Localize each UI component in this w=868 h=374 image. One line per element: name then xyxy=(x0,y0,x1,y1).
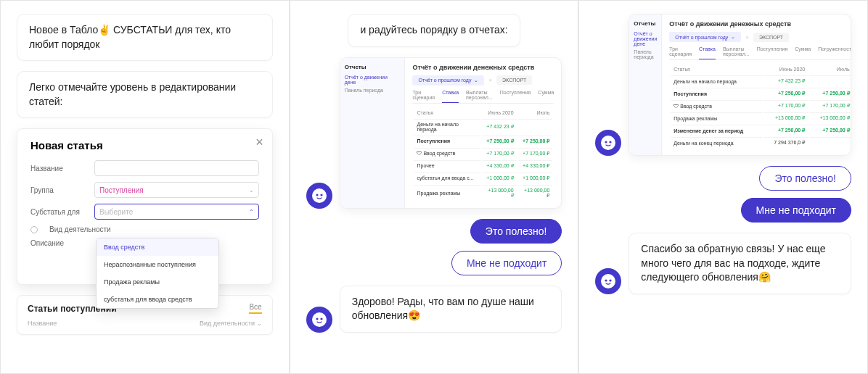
report-table: СтатьяИюнь 2020Июль Деньги на начало пер… xyxy=(412,107,554,202)
tab[interactable]: Поступления xyxy=(500,90,531,100)
bot-avatar-icon xyxy=(306,307,332,333)
new-article-form: × Новая статья Название Группа Поступлен… xyxy=(17,128,273,285)
report-title: Отчёт о движении денежных средств xyxy=(669,20,851,28)
report-table: СтатьяИюнь 2020Июль Деньги на начало пер… xyxy=(669,63,851,149)
list-filter-all[interactable]: Все xyxy=(249,303,261,314)
report-preview: Отчеты Отчёт о движении дене Панель пери… xyxy=(340,57,562,209)
bot-message-row: Отчеты Отчёт о движении дене Панель пери… xyxy=(595,14,851,156)
svg-point-2 xyxy=(320,194,322,196)
select-substat[interactable]: Выберите ⌃ xyxy=(94,204,259,220)
panel-2: и радуйтесь порядку в отчетах: Отчеты От… xyxy=(290,0,579,374)
intro-message-2: Легко отмечайте уровень в редактировании… xyxy=(17,71,273,118)
report-preview: Отчеты Отчёт о движении дене Панель пери… xyxy=(629,14,851,156)
list-col-name: Название xyxy=(28,320,57,327)
bot-avatar-icon xyxy=(595,130,621,156)
report-sidebar: Отчеты Отчёт о движении дене Панель пери… xyxy=(340,58,406,208)
close-icon[interactable]: × xyxy=(255,135,263,150)
table-row: Продажа рекламы+13 000,00 ₽+13 000,00 ₽ xyxy=(671,112,851,123)
svg-point-1 xyxy=(316,194,318,196)
form-title: Новая статья xyxy=(30,139,259,151)
dropdown-option[interactable]: Продажа рекламы xyxy=(97,273,218,291)
not-fit-button[interactable]: Мне не подходит xyxy=(741,198,851,223)
bot-message-row: Отчеты Отчёт о движении дене Панель пери… xyxy=(306,57,562,209)
chevron-down-icon: ⌄ xyxy=(249,187,254,194)
panel-3: Отчеты Отчёт о движении дене Панель пери… xyxy=(578,0,868,374)
table-row: Деньги на начало периода+7 432 23 ₽ xyxy=(671,75,851,86)
label-name: Название xyxy=(30,165,87,173)
input-name[interactable] xyxy=(94,160,259,176)
chevron-down-icon: ⌄ xyxy=(257,320,262,327)
svg-point-5 xyxy=(312,312,327,327)
intro-message-1: Новое в Табло✌️ СУБСТАТЬИ для тех, кто л… xyxy=(17,14,273,61)
period-chip[interactable]: Отчёт о прошлом году ⌄ xyxy=(412,75,484,86)
export-button[interactable]: ЭКСПОРТ xyxy=(496,75,532,85)
tab-active[interactable]: Ставка xyxy=(699,46,716,59)
substat-dropdown: Ввод средств Нераспознанные поступления … xyxy=(96,238,219,309)
svg-point-8 xyxy=(601,136,615,150)
report-title: Отчёт о движении денежных средств xyxy=(412,64,554,71)
dropdown-option[interactable]: субстатья для ввода средств xyxy=(97,291,218,308)
table-row: Изменение денег за период+7 250,00 ₽+7 2… xyxy=(671,125,851,136)
tab[interactable]: Погруженность xyxy=(818,46,851,57)
dropdown-option[interactable]: Ввод средств xyxy=(97,238,218,256)
tab[interactable]: Выплаты персонал... xyxy=(466,90,493,100)
tab[interactable]: Три сценария xyxy=(412,90,435,100)
row-name: Название xyxy=(30,160,259,176)
svg-point-3 xyxy=(319,188,320,190)
export-button[interactable]: ЭКСПОРТ xyxy=(753,33,789,42)
report-tabs: Три сценария Ставка Выплаты персонал... … xyxy=(412,90,554,104)
bot-avatar-icon xyxy=(306,183,332,209)
message: и радуйтесь порядку в отчетах: xyxy=(348,14,520,47)
report-tabs: Три сценария Ставка Выплаты персонал... … xyxy=(669,46,851,60)
tab[interactable]: Сумма xyxy=(538,90,554,100)
tab[interactable]: Поступления xyxy=(757,46,788,57)
table-row: Деньги на конец периода7 294 376,0 ₽ xyxy=(671,137,851,148)
bot-reply-row: Спасибо за обратную связь! У нас еще мно… xyxy=(595,233,851,294)
table-row: 🛡 Ввод средств+7 170,00 ₽+7 170,00 ₽ xyxy=(414,148,552,159)
row-substat: Субстатья для Выберите ⌃ xyxy=(30,204,259,220)
svg-point-12 xyxy=(605,279,607,281)
chevron-up-icon: ⌃ xyxy=(249,209,254,215)
svg-point-7 xyxy=(320,317,322,320)
svg-point-6 xyxy=(316,317,318,320)
svg-point-13 xyxy=(610,279,612,281)
label-desc: Описание xyxy=(30,239,87,247)
report-sidebar: Отчеты Отчёт о движении дене Панель пери… xyxy=(629,14,662,155)
chevron-down-icon: ⌄ xyxy=(474,78,478,83)
row-group: Группа Поступления ⌄ xyxy=(30,182,259,198)
table-row: Поступления+7 250,00 ₽+7 250,00 ₽ xyxy=(671,88,851,99)
svg-point-9 xyxy=(605,141,607,143)
chevron-down-icon: ⌄ xyxy=(731,34,735,40)
table-row: Деньги на начало периода+7 432 23 ₽ xyxy=(414,119,552,134)
list-col-activity: Вид деятельности ⌄ xyxy=(200,320,262,327)
useful-button[interactable]: Это полезно! xyxy=(470,219,562,244)
table-row: Продажа рекламы+13 000,00 ₽+13 000,00 ₽ xyxy=(414,185,552,201)
table-row: Поступления+7 250,00 ₽+7 250,00 ₽ xyxy=(414,136,552,146)
tab-active[interactable]: Ставка xyxy=(442,90,459,103)
svg-point-10 xyxy=(610,141,612,143)
tab[interactable]: Сумма xyxy=(795,46,811,57)
sidebar-link[interactable]: Отчёт о движении дене xyxy=(345,75,401,85)
select-group[interactable]: Поступления ⌄ xyxy=(94,182,259,198)
bot-reply: Спасибо за обратную связь! У нас еще мно… xyxy=(629,233,851,294)
bot-avatar-icon xyxy=(595,268,621,294)
sidebar-link[interactable]: Отчёт о движении дене xyxy=(634,31,657,46)
label-group: Группа xyxy=(30,186,87,194)
svg-point-11 xyxy=(601,274,615,288)
panel-1: Новое в Табло✌️ СУБСТАТЬИ для тех, кто л… xyxy=(0,0,290,374)
table-row: Прочее+4 330,00 ₽+4 330,00 ₽ xyxy=(414,160,552,171)
report-main: Отчёт о движении денежных средств Отчёт … xyxy=(405,58,561,208)
useful-button[interactable]: Это полезно! xyxy=(759,166,851,191)
tab[interactable]: Три сценария xyxy=(669,46,692,57)
dropdown-option[interactable]: Нераспознанные поступления xyxy=(97,256,218,273)
period-chip[interactable]: Отчёт о прошлом году ⌄ xyxy=(669,32,741,42)
bot-reply-row: Здорово! Рады, что вам по душе наши обно… xyxy=(306,286,562,333)
radio-icon[interactable] xyxy=(30,226,38,233)
row-activity: Вид деятельности xyxy=(30,225,259,233)
not-fit-button[interactable]: Мне не подходит xyxy=(451,251,562,275)
label-substat: Субстатья для xyxy=(30,208,87,216)
table-row: субстатья для ввода с...+1 000,00 ₽+1 00… xyxy=(414,173,552,183)
label-activity: Вид деятельности xyxy=(49,225,111,233)
table-row: 🛡 Ввод средств+7 170,00 ₽+7 170,00 ₽ xyxy=(671,100,851,111)
tab[interactable]: Выплаты персонал... xyxy=(723,46,750,57)
